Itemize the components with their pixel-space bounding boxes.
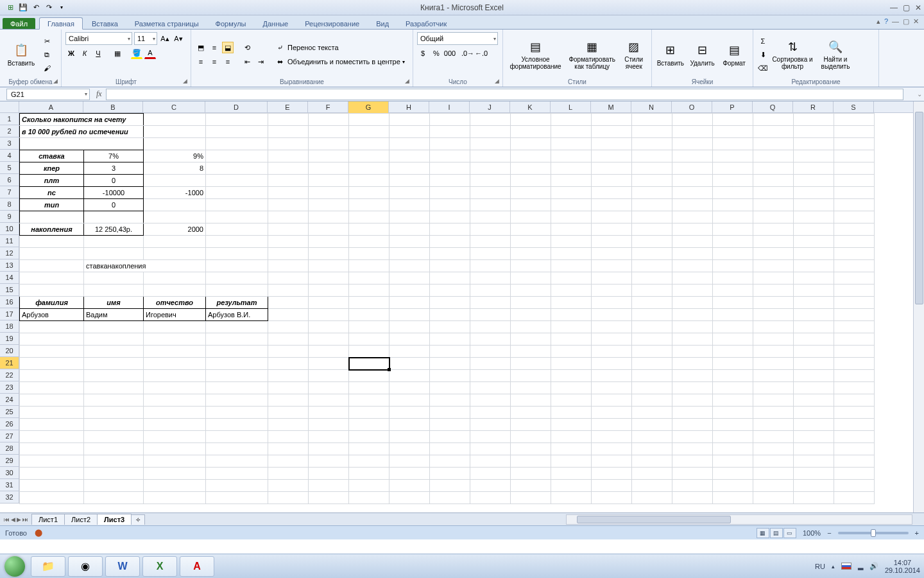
- help-icon[interactable]: ?: [884, 17, 888, 26]
- tray-flag-icon[interactable]: [841, 563, 851, 570]
- cell-D7[interactable]: [206, 187, 268, 199]
- cell-K11[interactable]: [511, 236, 551, 248]
- cell-I8[interactable]: [430, 199, 470, 211]
- col-header-B[interactable]: B: [83, 101, 143, 113]
- cell-D23[interactable]: [206, 382, 268, 394]
- minimize-icon[interactable]: —: [890, 3, 898, 12]
- cell-H21[interactable]: [389, 358, 430, 370]
- insert-cells-button[interactable]: ⊞Вставить: [656, 43, 685, 67]
- cell-F11[interactable]: [309, 236, 349, 248]
- cell-O15[interactable]: [672, 285, 713, 297]
- new-sheet-button[interactable]: ✧: [131, 514, 145, 525]
- cell-F1[interactable]: [309, 114, 349, 126]
- cell-S10[interactable]: [834, 223, 875, 236]
- cell-Q16[interactable]: [753, 297, 794, 309]
- cell-S2[interactable]: [834, 126, 875, 138]
- cell-K29[interactable]: [511, 455, 551, 468]
- cell-A19[interactable]: [20, 333, 84, 346]
- cell-R1[interactable]: [794, 114, 834, 126]
- cell-R10[interactable]: [794, 223, 834, 236]
- cell-A17[interactable]: Арбузов: [20, 309, 84, 321]
- cell-R11[interactable]: [794, 236, 834, 248]
- increase-indent-icon[interactable]: ⇥: [255, 56, 266, 67]
- cell-B12[interactable]: [84, 248, 144, 260]
- cell-K2[interactable]: [511, 126, 551, 138]
- cell-A15[interactable]: [20, 285, 84, 297]
- tab-file[interactable]: Файл: [3, 18, 35, 29]
- cell-M26[interactable]: [592, 419, 632, 431]
- cell-S14[interactable]: [834, 272, 875, 285]
- cell-J17[interactable]: [470, 309, 511, 321]
- cell-G27[interactable]: [349, 431, 389, 443]
- autosum-icon[interactable]: Σ: [757, 35, 769, 47]
- cell-Q8[interactable]: [753, 199, 794, 211]
- cell-K20[interactable]: [511, 346, 551, 358]
- cell-E10[interactable]: [268, 223, 309, 236]
- cell-D4[interactable]: [206, 150, 268, 162]
- cell-I9[interactable]: [430, 211, 470, 223]
- cell-L20[interactable]: [551, 346, 592, 358]
- cell-R3[interactable]: [794, 138, 834, 150]
- row-header-28[interactable]: 28: [0, 442, 19, 455]
- cell-A22[interactable]: [20, 370, 84, 382]
- align-bottom-icon[interactable]: ⬓: [222, 42, 234, 53]
- row-header-32[interactable]: 32: [0, 491, 19, 504]
- cell-P8[interactable]: [713, 199, 753, 211]
- cell-L27[interactable]: [551, 431, 592, 443]
- cell-I29[interactable]: [430, 455, 470, 468]
- cell-I10[interactable]: [430, 223, 470, 236]
- cell-M4[interactable]: [592, 150, 632, 162]
- cell-G31[interactable]: [349, 480, 389, 492]
- cell-A20[interactable]: [20, 346, 84, 358]
- cell-I31[interactable]: [430, 480, 470, 492]
- cell-A13[interactable]: [20, 260, 84, 272]
- cell-C18[interactable]: [144, 321, 206, 333]
- cell-F18[interactable]: [309, 321, 349, 333]
- cell-H11[interactable]: [389, 236, 430, 248]
- cell-R5[interactable]: [794, 162, 834, 175]
- cell-K31[interactable]: [511, 480, 551, 492]
- cell-C22[interactable]: [144, 370, 206, 382]
- cell-E6[interactable]: [268, 175, 309, 187]
- cell-K10[interactable]: [511, 223, 551, 236]
- cell-A14[interactable]: [20, 272, 84, 285]
- number-format-combo[interactable]: Общий: [417, 32, 498, 45]
- cell-H5[interactable]: [389, 162, 430, 175]
- cell-D20[interactable]: [206, 346, 268, 358]
- cell-K27[interactable]: [511, 431, 551, 443]
- horizontal-scrollbar[interactable]: [566, 514, 912, 525]
- cell-H31[interactable]: [389, 480, 430, 492]
- explorer-taskbar-icon[interactable]: 📁: [31, 556, 65, 577]
- cell-S23[interactable]: [834, 382, 875, 394]
- cell-N13[interactable]: [632, 260, 672, 272]
- cell-M2[interactable]: [592, 126, 632, 138]
- cell-C30[interactable]: [144, 468, 206, 480]
- cell-D32[interactable]: [206, 492, 268, 504]
- select-all-corner[interactable]: [0, 101, 19, 113]
- cell-I26[interactable]: [430, 419, 470, 431]
- cell-A7[interactable]: пс: [20, 187, 84, 199]
- cell-B9[interactable]: [84, 211, 144, 223]
- row-header-8[interactable]: 8: [0, 198, 19, 211]
- cell-C32[interactable]: [144, 492, 206, 504]
- cell-P3[interactable]: [713, 138, 753, 150]
- row-header-14[interactable]: 14: [0, 272, 19, 284]
- cell-J19[interactable]: [470, 333, 511, 346]
- page-break-view-icon[interactable]: ▭: [783, 528, 796, 538]
- cell-S1[interactable]: [834, 114, 875, 126]
- cell-Q25[interactable]: [753, 407, 794, 419]
- cell-B23[interactable]: [84, 382, 144, 394]
- vertical-scroll-thumb[interactable]: [915, 112, 923, 304]
- row-header-3[interactable]: 3: [0, 137, 19, 150]
- cell-E17[interactable]: [268, 309, 309, 321]
- cell-J28[interactable]: [470, 443, 511, 455]
- cell-S7[interactable]: [834, 187, 875, 199]
- row-header-9[interactable]: 9: [0, 211, 19, 223]
- cell-F30[interactable]: [309, 468, 349, 480]
- cell-M15[interactable]: [592, 285, 632, 297]
- excel-taskbar-icon[interactable]: X: [142, 556, 177, 577]
- tab-home[interactable]: Главная: [39, 17, 83, 30]
- cell-F24[interactable]: [309, 394, 349, 407]
- cell-I7[interactable]: [430, 187, 470, 199]
- cell-K12[interactable]: [511, 248, 551, 260]
